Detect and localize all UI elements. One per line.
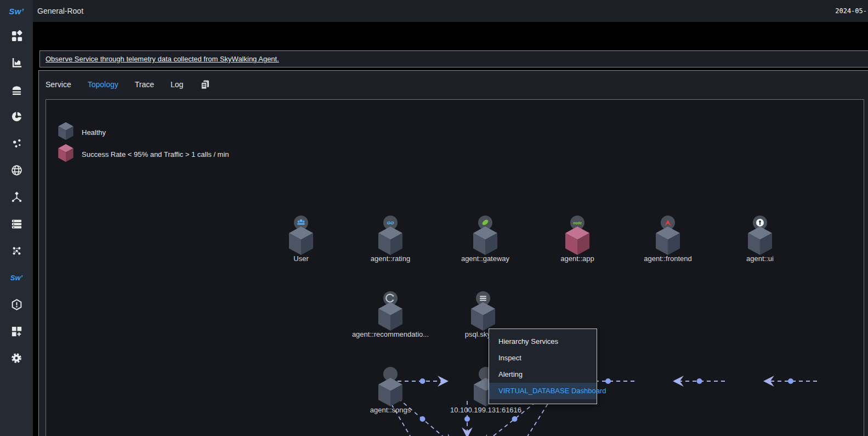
topology-edges [46,99,864,436]
description-banner: Observe Service through telemetry data c… [39,50,868,67]
ui-label: agent::ui [700,254,820,263]
songs-cube [377,377,404,409]
context-menu: Hierarchy ServicesInspectAlertingVIRTUAL… [489,329,597,404]
context-menu-item-inspect[interactable]: Inspect [489,350,597,366]
app-cube [564,226,591,258]
sidebar-item-topology-icon[interactable] [10,244,23,257]
sidebar-item-donut-chart-icon[interactable] [10,110,23,123]
header-bar: General-Root 2024-05- [33,0,868,22]
sidebar-item-layers-icon[interactable] [10,83,23,96]
svg-text:GO: GO [387,220,394,225]
skywalking-logo[interactable]: Sw’ [9,0,24,22]
tab-service[interactable]: Service [46,80,71,89]
sidebar-item-alarm-hexagon-icon[interactable] [10,298,23,311]
sidebar-item-scatter-dots-icon[interactable] [10,137,23,150]
sidebar-item-settings-gear-icon[interactable] [10,352,23,365]
tabs-row: ServiceTopologyTraceLog [39,71,868,98]
sidebar-item-skywalking-logo[interactable]: Sw’ [10,271,23,284]
service-tabs-panel: ServiceTopologyTraceLog Healthy Success … [38,70,868,436]
tab-trace[interactable]: Trace [135,80,154,89]
sidebar-item-server-list-icon[interactable] [10,217,23,230]
frontend-cube [655,226,681,258]
ip-label: 10.100.199.131:61616 [426,406,546,414]
sidebar-item-network-3d-icon[interactable] [10,190,23,203]
tab-log[interactable]: Log [171,80,183,89]
context-menu-item-alerting[interactable]: Alerting [489,366,597,383]
tab-topology[interactable]: Topology [88,80,118,89]
page-title: General-Root [37,7,83,15]
time-range-value[interactable]: 2024-05- [835,7,867,15]
sidebar-item-apps-grid-icon[interactable] [10,29,23,42]
sidebar-item-widgets-add-icon[interactable] [10,325,23,338]
gateway-cube [472,226,498,258]
duplicate-icon[interactable] [200,79,211,90]
svg-text:node: node [573,221,582,225]
ui-cube [747,226,773,258]
recommendation-cube [377,302,404,333]
banner-link[interactable]: Observe Service through telemetry data c… [46,55,279,63]
sidebar-item-globe-icon[interactable] [10,163,23,177]
context-menu-item-hierarchy-services[interactable]: Hierarchy Services [489,333,597,350]
context-menu-item-virtual-database-dashboard[interactable]: VIRTUAL_DATABASE Dashboard [489,383,597,399]
logo-text: Sw [9,7,21,16]
user-cube [288,226,314,258]
topology-canvas[interactable]: Healthy Success Rate < 95% and Traffic >… [46,99,864,436]
rating-cube [377,226,404,258]
sidebar: Sw’ Sw’ [0,0,33,436]
sidebar-item-bar-chart-icon[interactable] [10,56,23,69]
logo-mark: ’ [21,7,24,16]
